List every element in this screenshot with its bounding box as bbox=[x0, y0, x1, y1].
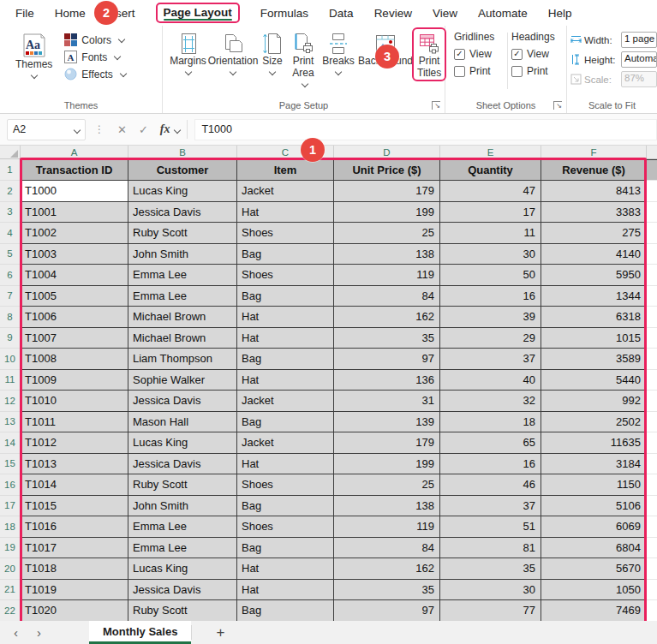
cell-B2[interactable]: Lucas King bbox=[128, 181, 237, 202]
sheet-options-dialog-launcher-icon[interactable]: ↘ bbox=[553, 101, 562, 110]
cell-E13[interactable]: 18 bbox=[440, 412, 541, 433]
cell-C2[interactable]: Jacket bbox=[237, 181, 334, 202]
cell-A1[interactable]: Transaction ID bbox=[21, 159, 128, 181]
cell-C13[interactable]: Bag bbox=[237, 412, 334, 433]
cell-A3[interactable]: T1001 bbox=[21, 202, 128, 224]
cell-F10[interactable]: 3589 bbox=[541, 349, 647, 370]
prev-sheet-icon[interactable]: ‹ bbox=[14, 625, 18, 640]
row-header-13[interactable]: 13 bbox=[0, 412, 21, 433]
cell-D12[interactable]: 31 bbox=[334, 391, 440, 412]
cell-C17[interactable]: Bag bbox=[237, 496, 334, 517]
column-header-E[interactable]: E bbox=[440, 146, 541, 158]
cell-E22[interactable]: 77 bbox=[440, 600, 541, 622]
themes-button[interactable]: Aa Themes bbox=[12, 31, 56, 80]
cell-B5[interactable]: John Smith bbox=[128, 244, 237, 265]
cell-C19[interactable]: Bag bbox=[237, 538, 334, 559]
cell-D3[interactable]: 199 bbox=[334, 202, 440, 224]
menu-tab-file[interactable]: File bbox=[15, 7, 34, 20]
print-area-button[interactable]: Print Area bbox=[289, 31, 318, 92]
cell-B18[interactable]: Emma Lee bbox=[128, 516, 237, 538]
cell-C6[interactable]: Shoes bbox=[237, 265, 334, 286]
empty-cell[interactable] bbox=[647, 307, 657, 328]
chevron-down-icon[interactable] bbox=[174, 127, 181, 134]
cell-B19[interactable]: Emma Lee bbox=[128, 538, 237, 559]
cell-A10[interactable]: T1008 bbox=[21, 349, 128, 370]
row-header-9[interactable]: 9 bbox=[0, 328, 21, 349]
cell-F16[interactable]: 1150 bbox=[541, 474, 647, 496]
cell-A16[interactable]: T1014 bbox=[21, 474, 128, 496]
cell-C3[interactable]: Hat bbox=[237, 202, 334, 224]
cell-A12[interactable]: T1010 bbox=[21, 391, 128, 412]
cell-F12[interactable]: 992 bbox=[541, 391, 647, 412]
cell-E18[interactable]: 51 bbox=[440, 516, 541, 538]
empty-cell[interactable] bbox=[647, 454, 657, 475]
cell-E9[interactable]: 29 bbox=[440, 328, 541, 349]
cell-D1[interactable]: Unit Price ($) bbox=[334, 159, 440, 181]
cell-E12[interactable]: 32 bbox=[440, 391, 541, 412]
cell-B22[interactable]: Ruby Scott bbox=[128, 600, 237, 622]
width-field[interactable]: 1 page bbox=[621, 32, 657, 48]
cell-F14[interactable]: 11635 bbox=[541, 432, 647, 454]
cell-A5[interactable]: T1003 bbox=[21, 244, 128, 265]
cell-E17[interactable]: 37 bbox=[440, 496, 541, 517]
menu-tab-page-layout[interactable]: Page Layout bbox=[156, 3, 240, 23]
cell-E11[interactable]: 40 bbox=[440, 370, 541, 391]
cell-B14[interactable]: Lucas King bbox=[128, 432, 237, 454]
cancel-icon[interactable]: ✕ bbox=[117, 123, 127, 136]
cell-A7[interactable]: T1005 bbox=[21, 286, 128, 307]
menu-tab-view[interactable]: View bbox=[433, 7, 457, 20]
cell-E7[interactable]: 16 bbox=[440, 286, 541, 307]
cell-E19[interactable]: 81 bbox=[440, 538, 541, 559]
cell-D18[interactable]: 119 bbox=[334, 516, 440, 538]
cell-F9[interactable]: 1015 bbox=[541, 328, 647, 349]
empty-cell[interactable] bbox=[647, 600, 657, 622]
cell-B13[interactable]: Mason Hall bbox=[128, 412, 237, 433]
cell-F21[interactable]: 1050 bbox=[541, 580, 647, 601]
empty-cell[interactable] bbox=[647, 370, 657, 391]
cell-C9[interactable]: Hat bbox=[237, 328, 334, 349]
cell-F22[interactable]: 7469 bbox=[541, 600, 647, 622]
cell-D14[interactable]: 179 bbox=[334, 432, 440, 454]
cell-D11[interactable]: 136 bbox=[334, 370, 440, 391]
cell-B11[interactable]: Sophie Walker bbox=[128, 370, 237, 391]
cell-F18[interactable]: 6069 bbox=[541, 516, 647, 538]
cell-B3[interactable]: Jessica Davis bbox=[128, 202, 237, 224]
empty-cell[interactable] bbox=[647, 328, 657, 349]
cell-A2[interactable]: T1000 bbox=[21, 181, 128, 202]
cell-D16[interactable]: 25 bbox=[334, 474, 440, 496]
column-header-F[interactable]: F bbox=[541, 146, 647, 158]
cell-E3[interactable]: 17 bbox=[440, 202, 541, 224]
cell-B20[interactable]: Lucas King bbox=[128, 558, 237, 580]
cell-A4[interactable]: T1002 bbox=[21, 223, 128, 244]
cell-E20[interactable]: 35 bbox=[440, 558, 541, 580]
cell-F3[interactable]: 3383 bbox=[541, 202, 647, 224]
cell-F2[interactable]: 8413 bbox=[541, 181, 647, 202]
empty-cell[interactable] bbox=[647, 558, 657, 580]
cell-C1[interactable]: Item bbox=[237, 159, 334, 181]
insert-function-icon[interactable]: fx bbox=[160, 122, 170, 136]
breaks-button[interactable]: Breaks bbox=[320, 31, 357, 76]
row-header-4[interactable]: 4 bbox=[0, 223, 21, 244]
column-header-A[interactable]: A bbox=[21, 146, 128, 158]
row-header-21[interactable]: 21 bbox=[0, 580, 21, 601]
cell-E5[interactable]: 30 bbox=[440, 244, 541, 265]
cell-D20[interactable]: 162 bbox=[334, 558, 440, 580]
menu-tab-formulas[interactable]: Formulas bbox=[260, 7, 308, 20]
cell-D6[interactable]: 119 bbox=[334, 265, 440, 286]
column-header-D[interactable]: D bbox=[334, 146, 440, 158]
row-header-16[interactable]: 16 bbox=[0, 474, 21, 496]
cell-C11[interactable]: Hat bbox=[237, 370, 334, 391]
cell-F4[interactable]: 275 bbox=[541, 223, 647, 244]
name-box[interactable]: A2 bbox=[7, 119, 86, 140]
cell-C8[interactable]: Hat bbox=[237, 307, 334, 328]
menu-tab-automate[interactable]: Automate bbox=[478, 7, 528, 20]
cell-A13[interactable]: T1011 bbox=[21, 412, 128, 433]
row-header-10[interactable]: 10 bbox=[0, 349, 21, 370]
cell-D2[interactable]: 179 bbox=[334, 181, 440, 202]
cell-A22[interactable]: T1020 bbox=[21, 600, 128, 622]
cell-F1[interactable]: Revenue ($) bbox=[541, 159, 647, 181]
row-header-20[interactable]: 20 bbox=[0, 558, 21, 580]
cell-D5[interactable]: 138 bbox=[334, 244, 440, 265]
cell-A17[interactable]: T1015 bbox=[21, 496, 128, 517]
row-header-17[interactable]: 17 bbox=[0, 496, 21, 517]
